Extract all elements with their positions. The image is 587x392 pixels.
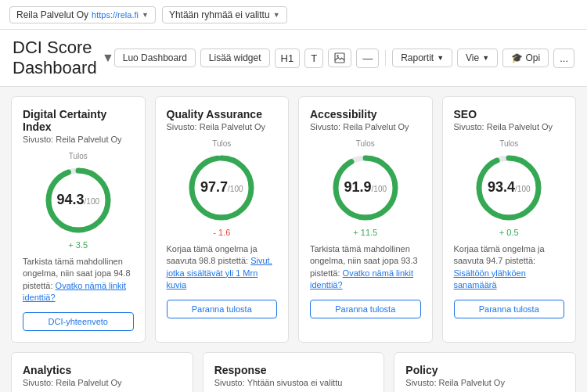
dci-site: Sivusto: Reila Palvelut Oy: [23, 135, 134, 144]
group-placeholder: Yhtään ryhmää ei valittu: [169, 9, 270, 20]
image-button[interactable]: [328, 49, 351, 67]
title-chevron[interactable]: ▼: [102, 51, 114, 65]
policy-site: Sivusto: Reila Palvelut Oy: [405, 378, 564, 387]
qa-site: Sivusto: Reila Palvelut Oy: [167, 122, 278, 131]
more-button[interactable]: ...: [553, 49, 574, 68]
t-button[interactable]: T: [304, 49, 323, 68]
response-site: Sivusto: Yhtään sivustoa ei valittu: [214, 378, 373, 387]
analytics-title: Analytics: [23, 364, 182, 376]
h1-button[interactable]: H1: [275, 49, 301, 68]
reports-button[interactable]: Raportit ▼: [392, 49, 452, 67]
page-title: DCI Score Dashboard: [13, 38, 99, 78]
policy-title: Policy: [405, 364, 564, 376]
acc-gauge: 91.9/100: [330, 153, 401, 223]
acc-tulos: Tulos: [310, 139, 421, 148]
seo-gauge-label: 93.4/100: [488, 180, 531, 196]
company-name: Reila Palvelut Oy: [16, 9, 88, 20]
response-title: Response: [214, 364, 373, 376]
analytics-card: Analytics Sivusto: Reila Palvelut Oy: [11, 352, 193, 392]
seo-site: Sivusto: Reila Palvelut Oy: [454, 122, 565, 131]
qa-gauge: 97.7/100: [186, 153, 257, 223]
top-nav: Reila Palvelut Oy https://rela.fi ▼ Yhtä…: [0, 0, 587, 30]
policy-card: Policy Sivusto: Reila Palvelut Oy Osumat…: [394, 352, 576, 392]
seo-gauge: 93.4/100: [474, 153, 544, 223]
svg-rect-0: [335, 53, 344, 63]
company-chevron: ▼: [142, 11, 149, 19]
main-content: Digital Certainty Index Sivusto: Reila P…: [0, 87, 587, 392]
qa-delta: - 1.6: [167, 228, 278, 237]
company-dropdown[interactable]: Reila Palvelut Oy https://rela.fi ▼: [9, 6, 156, 23]
dci-delta: + 3.5: [23, 240, 134, 250]
accessibility-card: Accessibility Sivusto: Reila Palvelut Oy…: [298, 96, 433, 343]
seo-button[interactable]: Paranna tulosta: [454, 300, 565, 318]
seo-card: SEO Sivusto: Reila Palvelut Oy Tulos 93.…: [442, 96, 577, 343]
qa-gauge-wrap: 97.7/100: [167, 153, 278, 223]
qa-card: Quality Assurance Sivusto: Reila Palvelu…: [155, 96, 290, 343]
seo-title: SEO: [454, 108, 565, 120]
bottom-cards-grid: Analytics Sivusto: Reila Palvelut Oy: [11, 352, 576, 392]
seo-gauge-wrap: 93.4/100: [454, 153, 565, 223]
group-chevron: ▼: [273, 11, 280, 19]
group-dropdown[interactable]: Yhtään ryhmää ei valittu ▼: [162, 6, 287, 23]
dci-gauge-label: 94.3/100: [56, 192, 99, 208]
score-cards-grid: Digital Certainty Index Sivusto: Reila P…: [11, 96, 576, 343]
dci-gauge-wrap: 94.3/100: [23, 165, 134, 236]
analytics-site: Sivusto: Reila Palvelut Oy: [23, 378, 182, 387]
response-card: Response Sivusto: Yhtään sivustoa ei val…: [203, 352, 385, 392]
qa-tulos: Tulos: [167, 139, 278, 148]
acc-gauge-wrap: 91.9/100: [310, 153, 421, 223]
view-button[interactable]: Vie ▼: [457, 49, 498, 67]
dci-button[interactable]: DCI-yhteenveto: [23, 312, 134, 331]
acc-gauge-label: 91.9/100: [344, 180, 387, 196]
header-divider: [385, 50, 386, 66]
qa-desc: Korjaa tämä ongelma ja saavuta 98.8 pist…: [167, 243, 278, 292]
svg-point-1: [337, 55, 338, 56]
add-widget-button[interactable]: Lisää widget: [200, 49, 270, 67]
acc-delta: + 11.5: [310, 228, 421, 237]
image-icon: [334, 52, 345, 63]
qa-gauge-label: 97.7/100: [200, 180, 243, 196]
dci-desc: Tarkista tämä mahdollinen ongelma, niin …: [23, 256, 134, 304]
seo-delta: + 0.5: [454, 228, 565, 237]
seo-tulos: Tulos: [454, 139, 565, 148]
seo-desc-link[interactable]: Sisältöön ylähköen sanamäärä: [454, 268, 526, 290]
company-url: https://rela.fi: [92, 10, 139, 20]
qa-title: Quality Assurance: [167, 108, 278, 120]
accessibility-site: Sivusto: Reila Palvelut Oy: [310, 122, 421, 131]
dci-card: Digital Certainty Index Sivusto: Reila P…: [11, 96, 146, 343]
accessibility-title: Accessibility: [310, 108, 421, 120]
title-row: DCI Score Dashboard ▼: [13, 38, 114, 78]
dci-gauge: 94.3/100: [43, 165, 113, 236]
learn-button[interactable]: 🎓 Opi: [502, 49, 549, 67]
header-actions: Luo Dashboard Lisää widget H1 T — Raport…: [114, 49, 574, 68]
dci-tulos: Tulos: [23, 152, 134, 160]
qa-button[interactable]: Paranna tulosta: [167, 300, 278, 318]
page-header: DCI Score Dashboard ▼ Luo Dashboard Lisä…: [0, 30, 587, 87]
acc-desc: Tarkista tämä mahdollinen ongelma, niin …: [310, 243, 421, 292]
divider-button[interactable]: —: [356, 49, 379, 68]
dci-title: Digital Certainty Index: [23, 108, 134, 133]
acc-button[interactable]: Paranna tulosta: [310, 300, 421, 318]
create-dashboard-button[interactable]: Luo Dashboard: [114, 49, 196, 67]
seo-desc: Korjaa tämä ongelma ja saavuta 94.7 pist…: [454, 243, 565, 292]
